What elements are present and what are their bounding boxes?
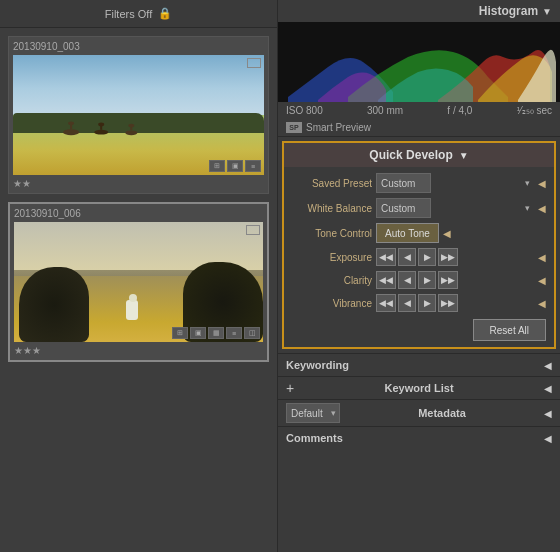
clarity-label: Clarity [292, 275, 372, 286]
vibrance-double-right-button[interactable]: ▶▶ [438, 294, 458, 312]
quick-develop-title: Quick Develop [369, 148, 452, 162]
exposure-double-right-button[interactable]: ▶▶ [438, 248, 458, 266]
exposure-left-button[interactable]: ◀ [398, 248, 416, 266]
vibrance-controls: ◀◀ ◀ ▶ ▶▶ [376, 294, 534, 312]
saved-preset-select[interactable]: Custom [376, 173, 431, 193]
keywording-header[interactable]: Keywording ◀ [278, 353, 560, 376]
vibrance-left-button[interactable]: ◀ [398, 294, 416, 312]
clarity-double-left-button[interactable]: ◀◀ [376, 271, 396, 289]
tree-left-icon [19, 267, 89, 342]
saved-preset-label: Saved Preset [292, 178, 372, 189]
film-label-1: 20130910_003 [13, 41, 264, 52]
film-label-2: 20130910_006 [14, 208, 263, 219]
keyword-list-collapse-icon[interactable]: ◀ [544, 383, 552, 394]
film-icon-2-5: ◫ [244, 327, 260, 339]
histogram-title: Histogram [479, 4, 538, 18]
filters-label: Filters Off [105, 8, 152, 20]
tone-control-back-icon[interactable]: ◀ [443, 228, 451, 239]
film-icon-2-3: ▦ [208, 327, 224, 339]
svg-point-2 [68, 121, 74, 125]
histogram-header: Histogram ▼ [278, 0, 560, 22]
clarity-back-icon[interactable]: ◀ [538, 275, 546, 286]
right-panel: Histogram ▼ ISO 800 300 mm f / 4,0 ¹⁄₂ [278, 0, 560, 552]
exposure-controls: ◀◀ ◀ ▶ ▶▶ [376, 248, 534, 266]
white-balance-select-wrap: Custom [376, 198, 534, 218]
metadata-collapse-icon[interactable]: ◀ [544, 408, 552, 419]
film-corner-box-1 [247, 58, 261, 68]
clarity-right-button[interactable]: ▶ [418, 271, 436, 289]
film-corner-box-2 [246, 225, 260, 235]
saved-preset-back-icon[interactable]: ◀ [538, 178, 546, 189]
saved-preset-row: Saved Preset Custom ◀ [292, 173, 546, 193]
tone-control-label: Tone Control [292, 228, 372, 239]
shutter-label: ¹⁄₂₅₀ sec [517, 105, 552, 116]
reset-all-button[interactable]: Reset All [473, 319, 546, 341]
quick-develop-section: Quick Develop ▼ Saved Preset Custom ◀ Wh… [282, 141, 556, 349]
comments-title: Comments [286, 432, 343, 444]
exposure-row: Exposure ◀◀ ◀ ▶ ▶▶ ◀ [292, 248, 546, 266]
film-icon-2-4: ≡ [226, 327, 242, 339]
iso-label: ISO 800 [286, 105, 323, 116]
filmstrip: 20130910_003 [0, 28, 277, 552]
white-balance-back-icon[interactable]: ◀ [538, 203, 546, 214]
reset-row: Reset All [292, 319, 546, 341]
svg-point-0 [63, 129, 79, 135]
clarity-double-right-button[interactable]: ▶▶ [438, 271, 458, 289]
white-balance-select[interactable]: Custom [376, 198, 431, 218]
clarity-row: Clarity ◀◀ ◀ ▶ ▶▶ ◀ [292, 271, 546, 289]
film-thumb-1: ⊞ ▣ ≡ [13, 55, 264, 175]
exposure-right-button[interactable]: ▶ [418, 248, 436, 266]
svg-point-3 [94, 129, 108, 134]
clarity-left-button[interactable]: ◀ [398, 271, 416, 289]
metadata-select-wrap: Default [286, 403, 340, 423]
tone-control-row: Tone Control Auto Tone ◀ [292, 223, 546, 243]
film-thumb-2: ⊞ ▣ ▦ ≡ ◫ [14, 222, 263, 342]
white-deer-head [129, 294, 137, 302]
comments-row: Comments ◀ [278, 426, 560, 449]
vibrance-row: Vibrance ◀◀ ◀ ▶ ▶▶ ◀ [292, 294, 546, 312]
film-icon-2: ▣ [227, 160, 243, 172]
quick-develop-header[interactable]: Quick Develop ▼ [284, 143, 554, 167]
keyword-list-title: Keyword List [385, 382, 454, 394]
vibrance-label: Vibrance [292, 298, 372, 309]
stars-2: ★★★ [14, 345, 263, 356]
smart-preview-label: Smart Preview [306, 122, 371, 133]
exposure-back-icon[interactable]: ◀ [538, 252, 546, 263]
exposure-double-left-button[interactable]: ◀◀ [376, 248, 396, 266]
comments-collapse-icon[interactable]: ◀ [544, 433, 552, 444]
histogram-info: ISO 800 300 mm f / 4,0 ¹⁄₂₅₀ sec [278, 102, 560, 119]
film-icon-1: ⊞ [209, 160, 225, 172]
keywording-title: Keywording [286, 359, 349, 371]
auto-tone-button[interactable]: Auto Tone [376, 223, 439, 243]
film-item-1[interactable]: 20130910_003 [8, 36, 269, 194]
film-icon-3: ≡ [245, 160, 261, 172]
stars-1: ★★ [13, 178, 264, 189]
filters-bar: Filters Off 🔒 [0, 0, 277, 28]
vibrance-double-left-button[interactable]: ◀◀ [376, 294, 396, 312]
svg-point-5 [98, 122, 104, 126]
white-balance-label: White Balance [292, 203, 372, 214]
exposure-label: Exposure [292, 252, 372, 263]
left-panel: Filters Off 🔒 20130910_003 [0, 0, 278, 552]
film-icons-1: ⊞ ▣ ≡ [209, 160, 261, 172]
keyword-list-row: + Keyword List ◀ [278, 376, 560, 399]
metadata-select[interactable]: Default [286, 403, 340, 423]
saved-preset-select-wrap: Custom [376, 173, 534, 193]
histogram-canvas [278, 22, 560, 102]
keyword-add-button[interactable]: + [286, 381, 294, 395]
vibrance-back-icon[interactable]: ◀ [538, 298, 546, 309]
film-item-2[interactable]: 20130910_006 ⊞ ▣ ▦ ≡ ◫ ★★★ [8, 202, 269, 362]
histogram-collapse-icon[interactable]: ▼ [542, 6, 552, 17]
clarity-controls: ◀◀ ◀ ▶ ▶▶ [376, 271, 534, 289]
smart-preview-bar: SP Smart Preview [278, 119, 560, 137]
deer-svg-1 [51, 119, 252, 137]
svg-point-8 [128, 123, 134, 127]
quick-develop-content: Saved Preset Custom ◀ White Balance Cust… [284, 167, 554, 347]
focal-label: 300 mm [367, 105, 403, 116]
histogram-svg [278, 22, 560, 102]
aperture-label: f / 4,0 [447, 105, 472, 116]
quick-develop-collapse-icon: ▼ [459, 150, 469, 161]
film-icons-2: ⊞ ▣ ▦ ≡ ◫ [172, 327, 260, 339]
vibrance-right-button[interactable]: ▶ [418, 294, 436, 312]
metadata-title: Metadata [418, 407, 466, 419]
